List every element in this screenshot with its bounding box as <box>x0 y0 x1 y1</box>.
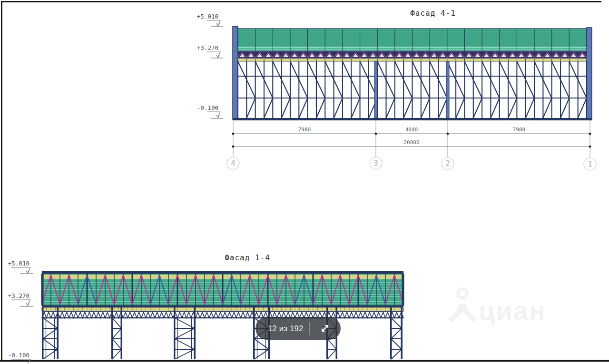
elevation-mark-minus0100: -0.100 <box>197 104 223 118</box>
watermark-text: циан <box>479 295 546 325</box>
dim-segment-3: 7980 <box>513 127 526 133</box>
axis-bubble-1: 1 <box>588 160 592 168</box>
facade-1-4-title: Фасад 1-4 <box>225 253 270 262</box>
svg-text:+5.010: +5.010 <box>8 260 29 267</box>
axis-bubble-2: 2 <box>445 159 450 168</box>
dim-segment-2: 4040 <box>405 127 418 133</box>
dim-total: 20000 <box>403 139 419 146</box>
elevation-mark-5010: +5.010 <box>197 13 223 27</box>
axis-bubble-3: 3 <box>373 159 378 167</box>
fullscreen-expand-icon[interactable] <box>318 322 332 335</box>
page-indicator-label: 12 из 192 <box>268 317 304 340</box>
svg-text:-0.100: -0.100 <box>197 104 218 111</box>
svg-text:+5.010: +5.010 <box>197 13 218 20</box>
elevation-mark-3270-b: +3.270 <box>8 292 33 306</box>
facade-4-1-structure <box>233 26 592 120</box>
facade-4-1-title: Фасад 4-1 <box>410 9 456 18</box>
cian-watermark: циан <box>442 281 556 331</box>
facade-4-1-drawing: Фасад 4-1 +5.010 +3.270 -0.100 <box>193 4 602 173</box>
svg-text:-0.100: -0.100 <box>8 352 29 359</box>
dim-segment-1: 7980 <box>298 127 311 133</box>
svg-text:+3.270: +3.270 <box>197 44 218 51</box>
pager-divider <box>309 322 310 335</box>
svg-text:+3.270: +3.270 <box>8 292 29 299</box>
facade-1-4-structure <box>42 271 403 359</box>
grid-axis-bubbles: 4 3 2 1 <box>227 157 596 170</box>
elevation-mark-3270: +3.270 <box>197 44 223 58</box>
elevation-mark-minus0100-b: -0.100 <box>8 352 30 364</box>
image-border-top <box>1 1 601 2</box>
axis-bubble-4: 4 <box>231 159 235 167</box>
elevation-mark-5010-b: +5.010 <box>8 260 33 274</box>
support-towers <box>42 305 403 359</box>
page-indicator-pill[interactable]: 12 из 192 <box>255 317 341 340</box>
facade-1-4-drawing: Фасад 1-4 +5.010 +3.270 -0.100 <box>0 247 419 364</box>
dimension-labels: 7980 4040 7980 20000 <box>298 127 526 146</box>
